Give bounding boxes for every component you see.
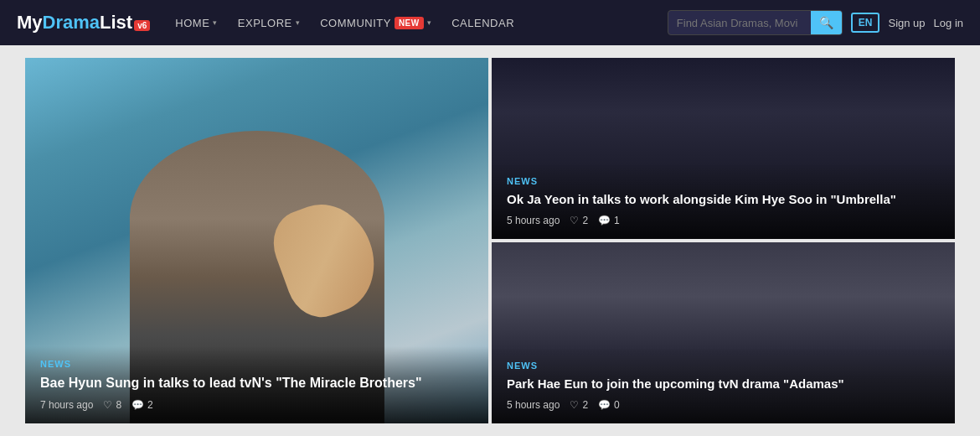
card2-time: 5 hours ago [507, 215, 560, 226]
nav-calendar-label: CALENDAR [451, 17, 514, 29]
language-button[interactable]: EN [851, 13, 880, 33]
chevron-down-icon: ▾ [427, 18, 432, 27]
card3-category: NEWS [507, 361, 940, 371]
comment-icon: 💬 [132, 399, 144, 411]
brand-logo[interactable]: MyDramaListv6 [17, 12, 150, 34]
content-area: NEWS Bae Hyun Sung in talks to lead tvN'… [0, 45, 980, 436]
card2-title: Ok Ja Yeon in talks to work alongside Ki… [507, 191, 940, 208]
card3-time: 5 hours ago [507, 399, 560, 411]
heart-icon: ♡ [103, 399, 112, 411]
news-card-2[interactable]: NEWS Ok Ja Yeon in talks to work alongsi… [492, 58, 955, 239]
news-card-3[interactable]: NEWS Park Hae Eun to join the upcoming t… [492, 242, 955, 423]
card1-like-count: 8 [116, 399, 121, 411]
chevron-down-icon: ▾ [213, 18, 218, 27]
nav-links: HOME ▾ EXPLORE ▾ COMMUNITY NEW ▾ CALENDA… [167, 12, 668, 34]
card1-meta: 7 hours ago ♡ 8 💬 2 [40, 399, 473, 411]
nav-community-label: COMMUNITY [320, 17, 391, 29]
chevron-down-icon: ▾ [296, 18, 301, 27]
card2-comments: 💬 1 [598, 215, 620, 226]
card2-likes: ♡ 2 [570, 215, 588, 226]
nav-explore-label: EXPLORE [238, 17, 292, 29]
card2-category: NEWS [507, 176, 940, 186]
card3-comments: 💬 0 [598, 399, 620, 411]
nav-right: 🔍 EN Sign up Log in [668, 10, 963, 35]
search-box[interactable]: 🔍 [668, 10, 843, 35]
card2-comment-count: 1 [614, 215, 620, 226]
news-grid: NEWS Bae Hyun Sung in talks to lead tvN'… [25, 58, 955, 423]
card1-overlay: NEWS Bae Hyun Sung in talks to lead tvN'… [25, 346, 488, 423]
search-button[interactable]: 🔍 [811, 11, 842, 34]
comment-icon: 💬 [598, 215, 611, 226]
nav-community[interactable]: COMMUNITY NEW ▾ [312, 12, 440, 34]
navbar: MyDramaListv6 HOME ▾ EXPLORE ▾ COMMUNITY… [0, 0, 980, 45]
card3-likes: ♡ 2 [570, 399, 588, 411]
card3-title: Park Hae Eun to join the upcoming tvN dr… [507, 376, 940, 392]
card3-like-count: 2 [582, 399, 588, 411]
brand-drama: Drama [43, 12, 100, 34]
news-card-large[interactable]: NEWS Bae Hyun Sung in talks to lead tvN'… [25, 58, 488, 423]
card3-meta: 5 hours ago ♡ 2 💬 0 [507, 399, 940, 411]
brand-my: My [17, 12, 43, 34]
card3-comment-count: 0 [614, 399, 620, 411]
nav-home-label: HOME [175, 17, 209, 29]
nav-calendar[interactable]: CALENDAR [443, 12, 523, 34]
nav-explore[interactable]: EXPLORE ▾ [230, 12, 308, 34]
brand-version: v6 [134, 20, 150, 31]
card3-overlay: NEWS Park Hae Eun to join the upcoming t… [492, 348, 955, 423]
card2-overlay: NEWS Ok Ja Yeon in talks to work alongsi… [492, 164, 955, 239]
signup-button[interactable]: Sign up [888, 17, 925, 29]
heart-icon: ♡ [570, 399, 579, 411]
card1-comment-count: 2 [147, 399, 153, 411]
card1-likes: ♡ 8 [103, 399, 121, 411]
card2-like-count: 2 [582, 215, 588, 226]
heart-icon: ♡ [570, 215, 579, 226]
search-input[interactable] [668, 13, 811, 34]
card1-time: 7 hours ago [40, 399, 93, 411]
brand-list: List [100, 12, 132, 34]
card2-meta: 5 hours ago ♡ 2 💬 1 [507, 215, 940, 226]
comment-icon: 💬 [598, 399, 611, 411]
search-icon: 🔍 [819, 16, 833, 29]
card1-title: Bae Hyun Sung in talks to lead tvN's "Th… [40, 374, 473, 392]
card1-category: NEWS [40, 359, 473, 369]
nav-home[interactable]: HOME ▾ [167, 12, 226, 34]
login-button[interactable]: Log in [934, 17, 963, 29]
new-badge: NEW [395, 17, 424, 29]
card1-comments: 💬 2 [132, 399, 153, 411]
